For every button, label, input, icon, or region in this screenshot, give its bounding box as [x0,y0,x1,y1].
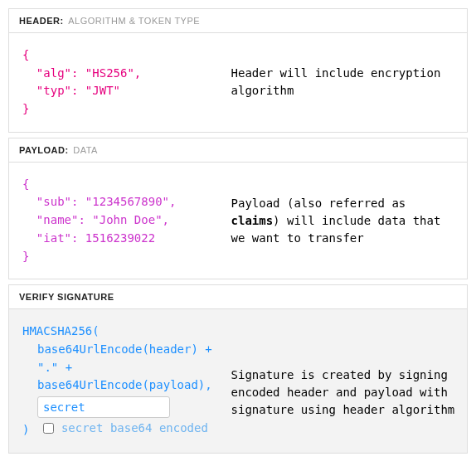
payload-body: { "sub": "1234567890", "name": "John Doe… [9,162,467,279]
payload-code: { "sub": "1234567890", "name": "John Doe… [22,176,231,265]
section-header-title: HEADER: ALGORITHM & TOKEN TYPE [9,9,467,32]
sig-line-2: base64UrlEncode(header) + "." + [22,341,231,376]
signature-annotation: Signature is created by signing encoded … [231,366,455,419]
signature-body: HMACSHA256( base64UrlEncode(header) + ".… [9,308,467,453]
secret-base64-checkbox[interactable] [43,423,54,434]
header-annotation: Header will include encryption algorithm [231,65,455,100]
signature-label: VERIFY SIGNATURE [19,292,114,302]
payload-sublabel: DATA [73,145,98,155]
sig-line-3: base64UrlEncode(payload), [22,376,231,395]
sig-line-5: ) secret base64 encoded [22,420,231,439]
payload-label: PAYLOAD: [19,145,69,155]
payload-annotation-bold: claims [231,213,274,226]
payload-annotation: Payload (also referred as claims) will i… [231,194,455,246]
sig-line-1: HMACSHA256( [22,323,231,341]
section-payload: PAYLOAD: DATA { "sub": "1234567890", "na… [8,138,468,279]
section-header: HEADER: ALGORITHM & TOKEN TYPE { "alg": … [8,8,468,133]
header-code: { "alg": "HS256", "typ": "JWT" } [22,46,231,119]
signature-code: HMACSHA256( base64UrlEncode(header) + ".… [22,323,231,439]
header-label: HEADER: [19,16,64,26]
section-signature: VERIFY SIGNATURE HMACSHA256( base64UrlEn… [8,284,468,454]
signature-header-title: VERIFY SIGNATURE [9,285,467,308]
secret-base64-label: secret base64 encoded [61,420,208,438]
header-body: { "alg": "HS256", "typ": "JWT" } Header … [9,32,467,132]
secret-base64-row: secret base64 encoded [40,420,208,438]
header-sublabel: ALGORITHM & TOKEN TYPE [68,16,200,26]
payload-annotation-pre: Payload (also referred as [231,196,406,209]
secret-input[interactable] [37,396,170,418]
sig-close-paren: ) [22,423,29,436]
payload-header-title: PAYLOAD: DATA [9,138,467,162]
